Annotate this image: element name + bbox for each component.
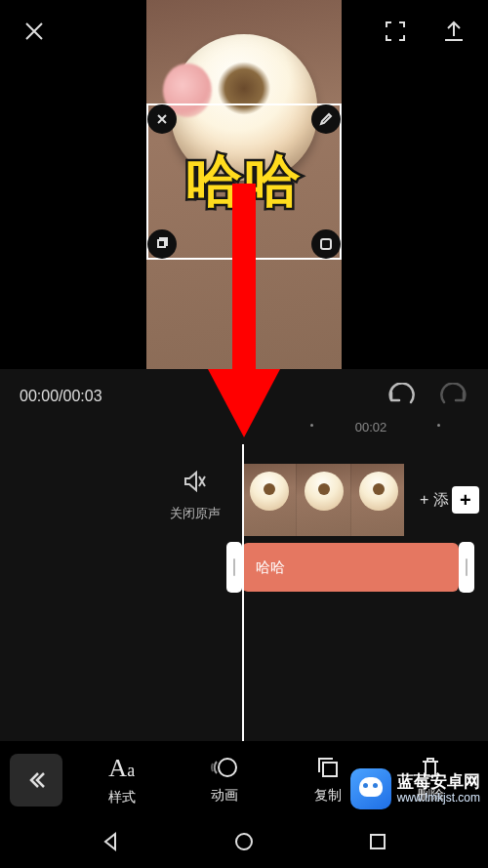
style-icon: Aa: [108, 754, 135, 783]
overlay-text[interactable]: 哈哈: [185, 144, 303, 220]
clip-thumb: [297, 464, 351, 536]
tool-label: 复制: [314, 787, 342, 805]
timeline-ruler[interactable]: 0 00:02: [0, 420, 488, 443]
clip-thumb: [242, 464, 297, 536]
nav-home[interactable]: [233, 831, 255, 856]
copy-icon: [314, 754, 342, 781]
svg-marker-5: [242, 387, 254, 402]
undo-button[interactable]: [386, 383, 416, 410]
svg-rect-9: [371, 835, 385, 848]
tool-animation[interactable]: 动画: [211, 754, 238, 806]
watermark: 蓝莓安卓网 www.lmkjst.com: [350, 768, 480, 809]
svg-rect-4: [237, 387, 240, 402]
close-button[interactable]: [21, 19, 47, 48]
copy-handle[interactable]: [147, 229, 177, 259]
add-button[interactable]: +: [452, 486, 479, 514]
fullscreen-button[interactable]: [383, 19, 408, 48]
time-display: 00:00/00:03: [20, 388, 102, 405]
top-bar: [0, 0, 488, 66]
watermark-icon: [350, 768, 391, 809]
ruler-dot: [437, 424, 440, 427]
svg-rect-7: [323, 763, 337, 776]
edit-handle[interactable]: [311, 104, 341, 134]
close-handle[interactable]: [147, 104, 177, 134]
ruler-dot: [310, 424, 313, 427]
time-controls: 00:00/00:03: [0, 377, 488, 416]
mute-toggle[interactable]: 关闭原声: [161, 469, 229, 522]
tool-copy[interactable]: 复制: [314, 754, 342, 806]
svg-point-6: [219, 759, 236, 776]
text-clip-handle-left[interactable]: [226, 542, 242, 593]
svg-rect-0: [158, 240, 165, 247]
svg-point-8: [236, 834, 252, 849]
nav-recent[interactable]: [367, 831, 388, 856]
animation-icon: [211, 754, 238, 781]
text-clip[interactable]: 哈哈: [242, 543, 459, 592]
export-button[interactable]: [441, 19, 467, 48]
nav-back[interactable]: [100, 831, 121, 856]
mute-label: 关闭原声: [161, 505, 229, 522]
svg-rect-1: [321, 239, 331, 249]
timeline[interactable]: 关闭原声 + 添 + 哈哈: [0, 444, 488, 741]
text-clip-handle-right[interactable]: [459, 542, 474, 593]
text-selection-box[interactable]: 哈哈: [146, 103, 342, 260]
video-clip[interactable]: [242, 464, 404, 536]
redo-button[interactable]: [439, 383, 468, 410]
clip-thumb: [351, 464, 404, 536]
collapse-toolbar-button[interactable]: [10, 754, 62, 806]
add-label: + 添: [420, 490, 449, 511]
playhead[interactable]: [242, 444, 244, 741]
play-button[interactable]: [231, 382, 257, 411]
tool-label: 动画: [211, 787, 238, 805]
ruler-tick: 00:02: [355, 420, 387, 434]
tool-style[interactable]: Aa 样式: [108, 754, 136, 806]
watermark-title: 蓝莓安卓网: [397, 773, 480, 792]
watermark-url: www.lmkjst.com: [397, 792, 480, 805]
scale-handle[interactable]: [311, 229, 341, 259]
add-clip[interactable]: + 添 +: [420, 464, 488, 536]
text-clip-label: 哈哈: [256, 558, 285, 577]
android-nav-bar: [0, 819, 488, 868]
tool-label: 样式: [108, 789, 136, 806]
